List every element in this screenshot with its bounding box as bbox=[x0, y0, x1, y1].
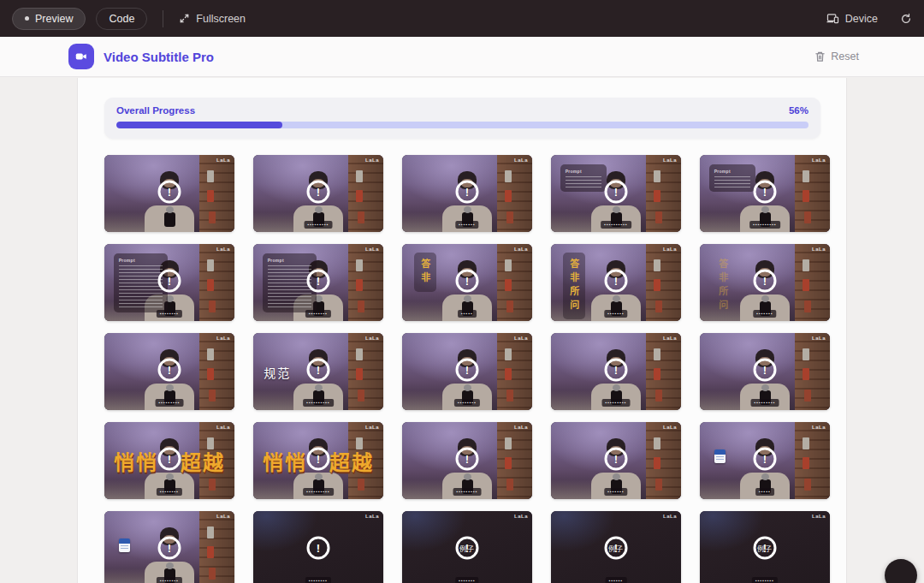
prompt-text-lines bbox=[268, 265, 312, 308]
active-dot-icon bbox=[25, 16, 29, 21]
subtitle-bar: ▪▪▪▪▪▪▪▪▪ bbox=[602, 399, 631, 408]
video-thumbnail[interactable]: 悄悄超越LaLa!▪▪▪▪▪▪▪▪▪▪ bbox=[253, 422, 383, 499]
video-thumbnail[interactable]: LaLa!▪▪▪▪▪▪▪▪▪ bbox=[402, 422, 532, 499]
subtitle-bar: ▪▪▪▪▪▪▪ bbox=[753, 310, 776, 318]
refresh-button[interactable] bbox=[900, 13, 912, 25]
prompt-label: Prompt bbox=[566, 169, 602, 174]
watermark: LaLa bbox=[812, 425, 826, 430]
video-thumbnail[interactable]: LaLa!▪▪▪▪▪▪▪▪▪ bbox=[551, 333, 681, 410]
watermark: LaLa bbox=[365, 514, 379, 519]
video-thumbnail[interactable]: PromptLaLa!▪▪▪▪▪▪▪▪ bbox=[253, 244, 383, 321]
progress-track bbox=[116, 122, 808, 128]
app-window: Preview Code Fullscreen Device bbox=[0, 0, 924, 583]
bookshelf bbox=[646, 155, 681, 232]
video-thumbnail[interactable]: LaLa!▪▪▪▪▪▪▪▪▪ bbox=[253, 155, 383, 232]
watermark: LaLa bbox=[216, 514, 230, 519]
subtitle-bar: ▪▪▪▪▪▪▪▪▪▪ bbox=[303, 488, 334, 497]
toolbar-right-group: Device bbox=[826, 13, 912, 25]
alert-icon: ! bbox=[307, 537, 330, 560]
prompt-label: Prompt bbox=[268, 258, 312, 263]
subtitle-bar: ▪▪▪▪▪▪▪▪ bbox=[157, 488, 182, 497]
watermark: LaLa bbox=[514, 158, 528, 163]
video-thumbnail[interactable]: LaLa!▪▪▪▪▪▪▪▪▪ bbox=[700, 333, 830, 410]
bookshelf bbox=[497, 333, 532, 410]
device-icon bbox=[826, 13, 839, 24]
video-thumbnail[interactable]: 规范LaLa!▪▪▪▪▪▪▪▪▪▪ bbox=[253, 333, 383, 410]
video-thumbnail[interactable]: 答非LaLa!▪▪▪▪▪ bbox=[402, 244, 532, 321]
video-thumbnail[interactable]: LaLa! bbox=[104, 155, 234, 232]
alert-icon: ! bbox=[456, 359, 479, 382]
code-tab[interactable]: Code bbox=[96, 8, 147, 30]
video-grid: LaLa!LaLa!▪▪▪▪▪▪▪▪▪LaLa!▪▪▪▪▪▪▪PromptLaL… bbox=[104, 155, 820, 583]
microphone bbox=[164, 212, 175, 227]
alert-icon: ! bbox=[307, 270, 330, 293]
video-thumbnail[interactable]: 答非所问LaLa!▪▪▪▪▪▪▪ bbox=[551, 244, 681, 321]
progress-label: Overall Progress bbox=[116, 105, 195, 116]
alert-icon: ! bbox=[754, 270, 777, 293]
page-title: Video Subtitle Pro bbox=[104, 50, 214, 64]
toolbar-divider bbox=[163, 10, 163, 27]
video-thumbnail[interactable]: PromptLaLa!▪▪▪▪▪▪▪▪▪▪ bbox=[551, 155, 681, 232]
reset-button[interactable]: Reset bbox=[814, 51, 859, 62]
video-thumbnail[interactable]: LaLa!▪▪▪▪▪▪▪ bbox=[402, 155, 532, 232]
watermark: LaLa bbox=[514, 336, 528, 341]
alert-icon: ! bbox=[456, 448, 479, 471]
alert-icon: ! bbox=[307, 359, 330, 382]
alert-icon: ! bbox=[158, 359, 181, 382]
bookshelf bbox=[795, 155, 830, 232]
subtitle-bar: ▪▪▪▪▪▪▪▪▪▪ bbox=[601, 221, 631, 229]
watermark: LaLa bbox=[663, 514, 677, 519]
bookshelf bbox=[199, 511, 234, 583]
video-thumbnail[interactable]: LaLa!▪▪▪▪▪ bbox=[700, 422, 830, 499]
video-thumbnail[interactable]: 悄悄超越LaLa!▪▪▪▪▪▪▪▪ bbox=[104, 422, 234, 499]
video-thumbnail[interactable]: 例子LaLa!▪▪▪▪▪▪ bbox=[551, 511, 681, 583]
toolbar-left-group: Preview Code Fullscreen bbox=[12, 8, 246, 30]
preview-tab[interactable]: Preview bbox=[12, 8, 86, 30]
subtitle-bar: ▪▪▪▪▪▪▪▪ bbox=[752, 577, 778, 583]
video-thumbnail[interactable]: 例子LaLa!▪▪▪▪▪▪▪ bbox=[402, 511, 532, 583]
video-thumbnail[interactable]: 答非所问LaLa!▪▪▪▪▪▪▪ bbox=[700, 244, 830, 321]
alert-icon: ! bbox=[456, 181, 479, 204]
device-button[interactable]: Device bbox=[826, 13, 878, 25]
watermark: LaLa bbox=[216, 247, 230, 252]
video-thumbnail[interactable]: LaLa!▪▪▪▪▪▪▪▪ bbox=[253, 511, 383, 583]
subtitle-bar: ▪▪▪▪▪▪▪ bbox=[604, 488, 627, 497]
device-label: Device bbox=[845, 13, 878, 25]
alert-icon: ! bbox=[605, 270, 628, 293]
video-thumbnail[interactable]: LaLa!▪▪▪▪▪▪▪▪ bbox=[402, 333, 532, 410]
watermark: LaLa bbox=[514, 514, 528, 519]
fullscreen-button[interactable]: Fullscreen bbox=[179, 13, 246, 25]
video-thumbnail[interactable]: LaLa!▪▪▪▪▪▪▪▪ bbox=[104, 511, 234, 583]
word-doc-icon bbox=[119, 538, 130, 552]
subtitle-bar: ▪▪▪▪▪▪▪▪▪ bbox=[751, 399, 779, 408]
video-thumbnail[interactable]: 例子LaLa!▪▪▪▪▪▪▪▪ bbox=[700, 511, 830, 583]
alert-icon: ! bbox=[605, 359, 628, 382]
alert-icon: ! bbox=[754, 448, 777, 471]
prompt-text-lines bbox=[566, 176, 602, 187]
preview-tab-label: Preview bbox=[35, 13, 73, 25]
watermark: LaLa bbox=[365, 425, 379, 430]
progress-fill bbox=[116, 122, 282, 128]
bookshelf bbox=[348, 333, 383, 410]
watermark: LaLa bbox=[216, 336, 230, 341]
video-thumbnail[interactable]: LaLa!▪▪▪▪▪▪▪ bbox=[551, 422, 681, 499]
video-thumbnail[interactable]: PromptLaLa!▪▪▪▪▪▪▪▪ bbox=[104, 244, 234, 321]
prompt-label: Prompt bbox=[119, 258, 163, 263]
overall-progress-card: Overall Progress 56% bbox=[104, 98, 820, 139]
watermark: LaLa bbox=[663, 336, 677, 341]
subtitle-bar: ▪▪▪▪▪▪▪▪ bbox=[157, 577, 182, 583]
code-tab-label: Code bbox=[109, 13, 134, 25]
content-area: Overall Progress 56% LaLa!LaLa!▪▪▪▪▪▪▪▪▪… bbox=[77, 78, 847, 583]
bookshelf bbox=[646, 422, 681, 499]
progress-percent: 56% bbox=[789, 105, 808, 116]
alert-icon: ! bbox=[754, 181, 777, 204]
video-thumbnail[interactable]: LaLa!▪▪▪▪▪▪▪▪▪ bbox=[104, 333, 234, 410]
bookshelf bbox=[497, 155, 532, 232]
vertical-caption-text: 答非 bbox=[414, 253, 436, 292]
prompt-overlay-panel: Prompt bbox=[709, 164, 756, 192]
subtitle-bar: ▪▪▪▪▪▪ bbox=[606, 577, 627, 583]
bookshelf bbox=[795, 244, 830, 321]
floating-action-button[interactable] bbox=[885, 559, 917, 583]
video-thumbnail[interactable]: PromptLaLa!▪▪▪▪▪▪▪▪▪▪ bbox=[700, 155, 830, 232]
watermark: LaLa bbox=[812, 247, 826, 252]
